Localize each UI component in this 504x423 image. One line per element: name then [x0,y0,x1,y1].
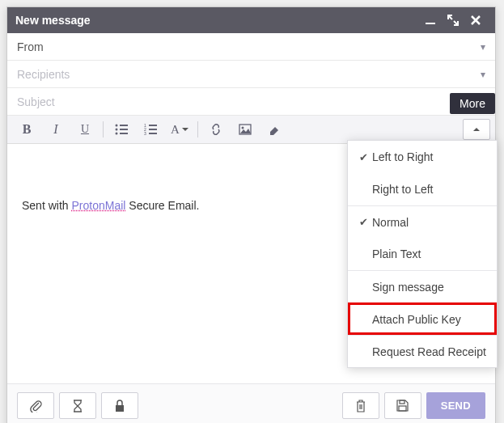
subject-field[interactable]: Subject [7,88,495,116]
more-options-dropdown: ✔ Left to Right Right to Left ✔ Normal P… [347,140,498,368]
link-button[interactable] [201,119,231,140]
image-button[interactable] [231,119,260,140]
menu-item-normal[interactable]: ✔ Normal [348,205,497,238]
minimize-button[interactable] [419,11,442,30]
font-label: A [171,123,180,137]
more-options-button[interactable] [463,119,490,140]
svg-rect-17 [399,406,406,411]
link-icon [210,124,222,135]
menu-label: Attach Public Key [372,313,461,326]
menu-label: Right to Left [372,183,434,196]
svg-point-5 [116,133,118,135]
menu-item-attach-public-key[interactable]: Attach Public Key [348,302,497,335]
font-button[interactable]: A [165,119,194,140]
compose-fields: From ▾ Recipients ▾ Subject [7,33,495,116]
check-icon: ✔ [354,151,372,163]
check-icon: ✔ [354,216,372,228]
discard-button[interactable] [342,392,379,419]
menu-item-ltr[interactable]: ✔ Left to Right [348,141,497,173]
paperclip-icon [29,400,42,412]
menu-item-read-receipt[interactable]: Request Read Receipt [348,335,497,367]
send-button[interactable]: SEND [426,392,485,419]
chevron-down-icon[interactable]: ▾ [481,41,485,53]
signature-prefix: Sent with [22,199,71,212]
protonmail-link[interactable]: ProtonMail [71,199,125,212]
underline-button[interactable]: U [70,119,100,140]
close-button[interactable] [464,11,487,30]
caret-up-icon [473,128,480,131]
svg-point-1 [116,125,118,127]
svg-rect-6 [120,133,128,134]
lock-icon [114,400,125,412]
bold-button[interactable]: B [12,119,41,140]
unordered-list-button[interactable] [107,119,136,140]
expiration-button[interactable] [59,392,96,419]
expand-icon [447,15,459,26]
menu-item-rtl[interactable]: Right to Left [348,173,497,205]
menu-label: Request Read Receipt [372,345,486,358]
eraser-button[interactable] [260,119,289,140]
svg-rect-4 [120,129,128,130]
toolbar-divider [197,121,198,137]
toolbar-divider [103,121,104,137]
modal-title: New message [15,14,419,27]
signature-suffix: Secure Email. [125,199,199,212]
hourglass-icon [73,400,83,412]
modal-header: New message [7,7,495,33]
trash-icon [355,400,366,412]
ordered-list-button[interactable]: 123 [136,119,165,140]
recipients-field[interactable]: Recipients ▾ [7,61,495,88]
expand-button[interactable] [442,11,464,30]
from-field[interactable]: From ▾ [7,33,495,61]
svg-rect-8 [149,125,157,126]
ul-icon [115,124,128,135]
svg-text:3: 3 [144,131,146,135]
menu-label: Left to Right [372,150,434,163]
eraser-icon [268,124,281,135]
menu-item-plain-text[interactable]: Plain Text [348,238,497,270]
recipients-placeholder: Recipients [17,68,481,81]
compose-footer: SEND [7,383,495,423]
svg-rect-0 [426,23,435,24]
from-label: From [17,40,481,53]
menu-label: Sign message [372,281,444,294]
close-icon [470,15,481,26]
save-icon [396,400,409,412]
encryption-button[interactable] [101,392,138,419]
chevron-down-icon[interactable]: ▾ [481,69,485,80]
menu-item-sign-message[interactable]: Sign message [348,270,497,302]
menu-label: Normal [372,216,409,229]
svg-point-3 [116,129,118,131]
image-icon [239,124,252,135]
caret-down-icon [182,128,188,131]
save-draft-button[interactable] [384,392,421,419]
svg-point-14 [242,127,244,129]
ol-icon: 123 [144,124,157,135]
svg-rect-12 [149,133,157,134]
attach-button[interactable] [17,392,54,419]
minimize-icon [425,15,436,26]
svg-rect-10 [149,129,157,130]
svg-rect-16 [400,400,404,404]
italic-button[interactable]: I [41,119,70,140]
svg-rect-15 [116,405,124,412]
menu-label: Plain Text [372,247,421,260]
svg-rect-2 [120,125,128,126]
subject-placeholder: Subject [17,95,485,108]
